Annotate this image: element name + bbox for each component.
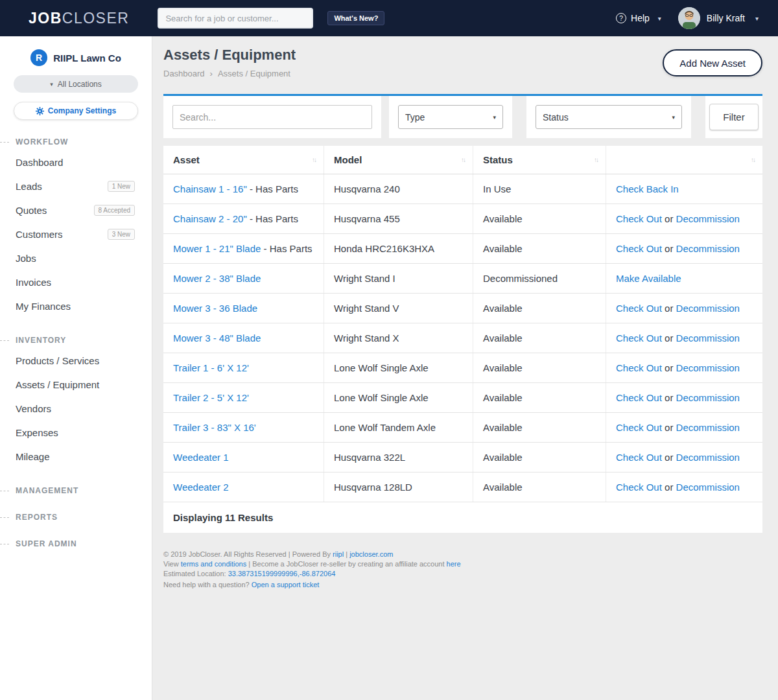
sidebar: R RIIPL Lawn Co ▾ All Locations	[0, 36, 152, 700]
action-link-decommission[interactable]: Decommission	[676, 243, 740, 254]
sort-icon: ↑↓	[461, 156, 465, 163]
footer-link-open-a-support-ticket[interactable]: Open a support ticket	[252, 581, 320, 589]
action-link-decommission[interactable]: Decommission	[676, 482, 740, 493]
asset-link[interactable]: Mower 1 - 21" Blade	[173, 243, 261, 254]
filter-button[interactable]: Filter	[709, 104, 759, 130]
column-header-actions[interactable]: ↑↓	[606, 146, 762, 174]
sidebar-item-leads[interactable]: Leads1 New	[0, 174, 152, 198]
action-link-decommission[interactable]: Decommission	[676, 332, 740, 344]
user-menu[interactable]: Billy Kraft ▾	[678, 7, 759, 29]
company-settings-button[interactable]: Company Settings	[14, 102, 138, 120]
sidebar-item-jobs[interactable]: Jobs	[0, 246, 152, 270]
action-link-check-out[interactable]: Check Out	[616, 303, 662, 314]
top-navbar: JOBCLOSER What's New? ? Help ▾ Billy Kra…	[0, 0, 778, 36]
action-separator: or	[662, 332, 676, 344]
action-link-check-back-in[interactable]: Check Back In	[616, 183, 679, 194]
actions-cell: Check Back In	[606, 174, 762, 204]
action-separator: or	[662, 392, 676, 403]
type-select-value: Type	[405, 112, 425, 122]
breadcrumb-dashboard[interactable]: Dashboard	[163, 69, 205, 78]
sidebar-item-invoices[interactable]: Invoices	[0, 270, 152, 294]
column-header-status[interactable]: Status↑↓	[473, 146, 606, 174]
asset-link[interactable]: Chainsaw 2 - 20"	[173, 213, 247, 224]
action-link-decommission[interactable]: Decommission	[676, 303, 740, 314]
model-cell: Wright Stand I	[324, 264, 473, 293]
sidebar-item-label: Products / Services	[16, 355, 99, 366]
locations-dropdown[interactable]: ▾ All Locations	[14, 75, 138, 93]
table-row: Trailer 1 - 6' X 12'Lone Wolf Single Axl…	[163, 353, 762, 383]
action-link-check-out[interactable]: Check Out	[616, 243, 662, 254]
app-logo[interactable]: JOBCLOSER	[29, 10, 129, 27]
status-cell: Available	[473, 204, 606, 233]
footer-link-33-387315199999996-86-872064[interactable]: 33.387315199999996,-86.872064	[228, 570, 336, 578]
asset-search-input[interactable]	[172, 105, 372, 129]
sidebar-item-customers[interactable]: Customers3 New	[0, 222, 152, 246]
asset-cell: Chainsaw 1 - 16" - Has Parts	[163, 174, 324, 204]
add-new-asset-button[interactable]: Add New Asset	[663, 49, 762, 76]
whats-new-button[interactable]: What's New?	[327, 11, 384, 25]
asset-link[interactable]: Weedeater 1	[173, 452, 229, 463]
action-link-decommission[interactable]: Decommission	[676, 362, 740, 373]
action-link-make-available[interactable]: Make Available	[616, 273, 681, 284]
table-row: Trailer 2 - 5' X 12'Lone Wolf Single Axl…	[163, 383, 762, 413]
sort-icon: ↑↓	[312, 156, 316, 163]
asset-cell: Trailer 1 - 6' X 12'	[163, 353, 324, 382]
asset-cell: Chainsaw 2 - 20" - Has Parts	[163, 204, 324, 233]
status-cell: Available	[473, 383, 606, 412]
chevron-down-icon: ▾	[493, 114, 496, 121]
sidebar-section-header-management: MANAGEMENT	[0, 486, 152, 495]
footer-link-jobcloser-com[interactable]: jobcloser.com	[349, 550, 393, 558]
asset-link[interactable]: Mower 3 - 36 Blade	[173, 303, 257, 314]
actions-cell: Check Out or Decommission	[606, 323, 762, 353]
asset-link[interactable]: Trailer 1 - 6' X 12'	[173, 362, 249, 373]
asset-cell: Trailer 2 - 5' X 12'	[163, 383, 324, 412]
sidebar-item-assets-equipment[interactable]: Assets / Equipment	[0, 373, 152, 397]
action-link-check-out[interactable]: Check Out	[616, 482, 662, 493]
action-link-check-out[interactable]: Check Out	[616, 422, 662, 433]
status-select-value: Status	[543, 112, 569, 122]
status-cell: Available	[473, 353, 606, 382]
action-link-decommission[interactable]: Decommission	[676, 392, 740, 403]
sidebar-section-label: REPORTS	[16, 513, 58, 522]
type-select[interactable]: Type ▾	[398, 105, 503, 129]
global-search-input[interactable]	[158, 8, 313, 29]
footer-link-here[interactable]: here	[447, 560, 461, 568]
column-header-asset[interactable]: Asset↑↓	[163, 146, 324, 174]
actions-cell: Check Out or Decommission	[606, 294, 762, 323]
action-link-check-out[interactable]: Check Out	[616, 332, 662, 344]
sidebar-item-my-finances[interactable]: My Finances	[0, 294, 152, 318]
asset-cell: Mower 3 - 36 Blade	[163, 294, 324, 323]
column-header-model[interactable]: Model↑↓	[324, 146, 473, 174]
footer-link-riipl[interactable]: riipl	[333, 550, 344, 558]
company-selector[interactable]: R RIIPL Lawn Co	[0, 49, 152, 66]
asset-link[interactable]: Trailer 2 - 5' X 12'	[173, 392, 249, 403]
sidebar-item-vendors[interactable]: Vendors	[0, 397, 152, 421]
action-link-check-out[interactable]: Check Out	[616, 392, 662, 403]
sidebar-item-dashboard[interactable]: Dashboard	[0, 150, 152, 174]
asset-link[interactable]: Chainsaw 1 - 16"	[173, 183, 247, 194]
footer-link-terms-and-conditions[interactable]: terms and conditions	[181, 560, 247, 568]
action-separator: or	[662, 303, 676, 314]
sidebar-item-mileage[interactable]: Mileage	[0, 445, 152, 469]
help-menu[interactable]: ? Help ▾	[616, 13, 661, 23]
asset-link[interactable]: Weedeater 2	[173, 482, 229, 493]
action-link-check-out[interactable]: Check Out	[616, 213, 662, 224]
action-link-decommission[interactable]: Decommission	[676, 213, 740, 224]
action-link-decommission[interactable]: Decommission	[676, 452, 740, 463]
sidebar-item-quotes[interactable]: Quotes8 Accepted	[0, 198, 152, 222]
sort-icon: ↑↓	[751, 156, 755, 163]
asset-cell: Weedeater 2	[163, 472, 324, 502]
sidebar-item-expenses[interactable]: Expenses	[0, 421, 152, 445]
action-link-decommission[interactable]: Decommission	[676, 422, 740, 433]
asset-link[interactable]: Mower 3 - 48" Blade	[173, 332, 261, 344]
asset-link[interactable]: Trailer 3 - 83" X 16'	[173, 422, 256, 433]
status-cell: In Use	[473, 174, 606, 204]
action-link-check-out[interactable]: Check Out	[616, 362, 662, 373]
sidebar-item-products-services[interactable]: Products / Services	[0, 349, 152, 373]
action-link-check-out[interactable]: Check Out	[616, 452, 662, 463]
company-settings-label: Company Settings	[48, 106, 116, 115]
breadcrumb: Dashboard › Assets / Equipment	[163, 69, 296, 78]
status-select[interactable]: Status ▾	[536, 105, 682, 129]
footer-text: View	[163, 560, 181, 568]
asset-link[interactable]: Mower 2 - 38" Blade	[173, 273, 261, 284]
